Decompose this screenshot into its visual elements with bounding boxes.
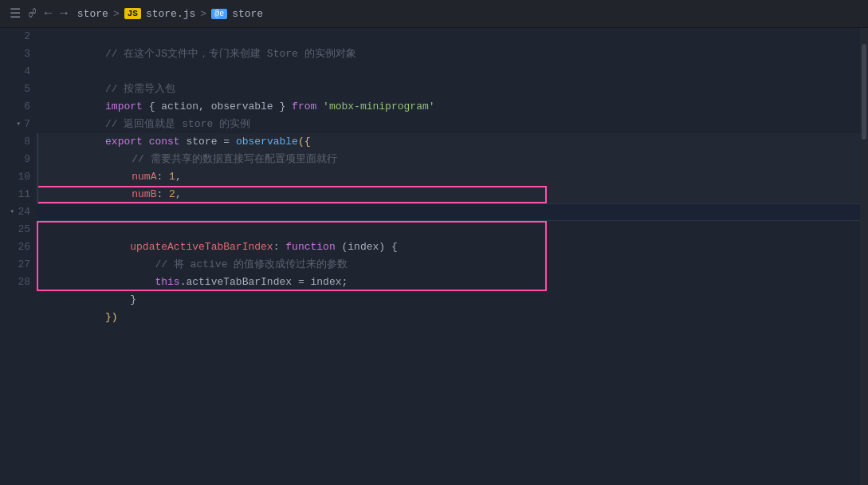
bookmark-icon[interactable]: ☍ <box>29 6 37 22</box>
gutter-line-11: 11 <box>0 186 37 203</box>
code-line-3 <box>37 45 860 63</box>
line-gutter: 2 3 4 5 6 7 8 9 10 11 24 25 26 27 28 <box>0 28 37 485</box>
gutter-line-26: 26 <box>0 239 37 256</box>
code-line-6: // 返回值就是 store 的实例 <box>37 98 860 116</box>
code-line-28: }) <box>37 291 860 309</box>
gutter-line-2: 2 <box>0 28 37 45</box>
gutter-line-25: 25 <box>0 221 37 239</box>
code-line-25: // 将 active 的值修改成传过来的参数 <box>37 239 860 256</box>
code-area: // 在这个JS文件中，专门来创建 Store 的实例对象 // 按需导入包 i… <box>37 28 860 485</box>
code-line-27: } <box>37 274 860 291</box>
breadcrumb-store: store <box>77 8 108 20</box>
gutter-line-10: 10 <box>0 168 37 186</box>
line28-spaces <box>81 311 105 323</box>
code-line-26: this.activeTabBarIndex = index; <box>37 256 860 274</box>
line-num-11: 11 <box>18 186 30 203</box>
breadcrumb-js-badge: JS <box>124 8 141 19</box>
breadcrumb-sep-2: > <box>200 8 206 20</box>
line-num-10: 10 <box>18 168 30 186</box>
breadcrumb-ref-badge: @e <box>211 9 227 19</box>
code-line-2: // 在这个JS文件中，专门来创建 Store 的实例对象 <box>37 28 860 45</box>
code-line-24: updateActiveTabBarIndex: function (index… <box>37 221 860 239</box>
title-bar-icons: ☰ ☍ ← → <box>10 6 68 22</box>
code-line-8: // 需要共享的数据直接写在配置项里面就行 <box>37 133 860 151</box>
gutter-line-9: 9 <box>0 151 37 168</box>
code-line-11: activeTabBarIndex: 0, <box>37 186 860 203</box>
code-line-9: numA: 1, <box>37 151 860 168</box>
line-num-2: 2 <box>24 28 30 45</box>
code-line-5: import { action, observable } from 'mobx… <box>37 81 860 98</box>
line-num-5: 5 <box>24 81 30 98</box>
forward-icon[interactable]: → <box>60 6 68 21</box>
menu-icon[interactable]: ☰ <box>10 6 21 22</box>
gutter-line-27: 27 <box>0 256 37 274</box>
gutter-line-5: 5 <box>0 81 37 98</box>
gutter-line-6: 6 <box>0 98 37 116</box>
line-num-25: 25 <box>18 221 30 239</box>
back-icon[interactable]: ← <box>45 6 53 21</box>
line-num-9: 9 <box>24 151 30 168</box>
breadcrumb: store > JS store.js > @e store <box>77 8 263 20</box>
line-num-4: 4 <box>24 63 30 81</box>
gutter-line-7: 7 <box>0 116 37 133</box>
scrollbar-thumb[interactable] <box>862 44 866 140</box>
collapse-arrow-7[interactable] <box>16 116 21 133</box>
code-line-separator <box>37 203 860 221</box>
gutter-line-4: 4 <box>0 63 37 81</box>
gutter-line-3: 3 <box>0 45 37 63</box>
gutter-line-28: 28 <box>0 274 37 291</box>
line28-close: }) <box>105 311 118 323</box>
title-bar: ☰ ☍ ← → store > JS store.js > @e store <box>0 0 868 28</box>
gutter-line-8: 8 <box>0 133 37 151</box>
code-line-4: // 按需导入包 <box>37 63 860 81</box>
line-num-26: 26 <box>18 239 30 256</box>
line-num-8: 8 <box>24 133 30 151</box>
line-num-6: 6 <box>24 98 30 116</box>
line-num-27: 27 <box>18 256 30 274</box>
breadcrumb-storejs: store.js <box>146 8 195 20</box>
line-num-28: 28 <box>18 274 30 291</box>
line-num-7: 7 <box>24 116 30 133</box>
breadcrumb-store-ref: store <box>232 8 263 20</box>
breadcrumb-sep-1: > <box>113 8 120 20</box>
code-line-10: numB: 2, <box>37 168 860 186</box>
gutter-line-24: 24 <box>0 203 37 221</box>
line-num-24: 24 <box>18 203 30 221</box>
collapse-arrow-24[interactable] <box>10 203 14 221</box>
line-num-3: 3 <box>24 45 30 63</box>
scrollbar[interactable] <box>860 28 868 485</box>
code-line-7: export const store = observable({ <box>37 116 860 133</box>
editor: 2 3 4 5 6 7 8 9 10 11 24 25 26 27 28 <box>0 28 868 485</box>
